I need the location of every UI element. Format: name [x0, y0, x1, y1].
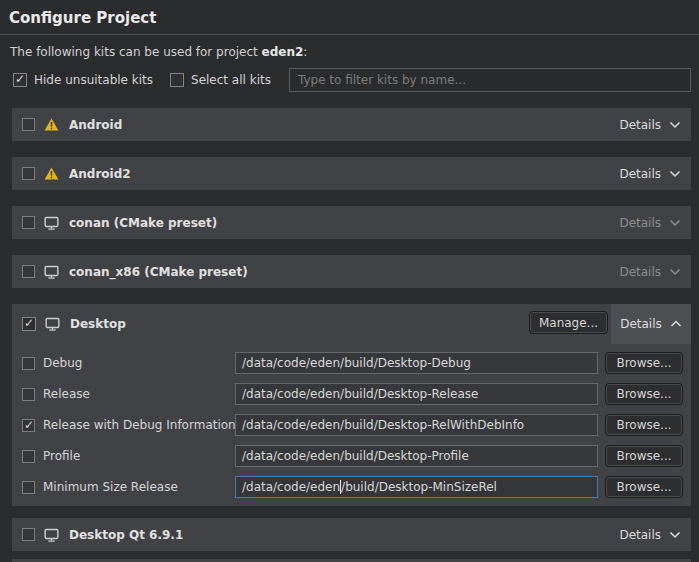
details-label: Details	[619, 118, 661, 132]
kit-checkbox[interactable]	[22, 216, 35, 229]
kit-name: conan (CMake preset)	[69, 216, 217, 230]
desktop-icon	[44, 317, 60, 331]
kit-row-android: Android Details	[12, 108, 691, 141]
checkbox-icon[interactable]	[13, 73, 27, 87]
details-label: Details	[619, 216, 661, 230]
select-all-kits-checkbox[interactable]: Select all kits	[170, 73, 271, 87]
build-config-row-profile: Profile Browse...	[22, 445, 683, 467]
checkbox-icon[interactable]	[170, 73, 184, 87]
build-config-label: Release	[43, 387, 90, 401]
details-button[interactable]: Details	[619, 265, 681, 279]
chevron-down-icon	[669, 268, 681, 276]
kit-checkbox[interactable]	[22, 317, 36, 331]
page-title: Configure Project	[9, 9, 689, 27]
kits-help-suffix: :	[303, 45, 307, 59]
build-config-row-relwithdebinfo: Release with Debug Information Browse...	[22, 414, 683, 436]
build-dir-input[interactable]	[235, 445, 598, 467]
manage-kits-button[interactable]: Manage...	[529, 311, 608, 334]
kit-name: Desktop	[70, 317, 126, 331]
kit-row-android2: Android2 Details	[12, 157, 691, 190]
build-config-checkbox[interactable]	[22, 419, 35, 432]
build-dir-input[interactable]	[235, 414, 598, 436]
details-label: Details	[620, 317, 662, 331]
kit-checkbox[interactable]	[22, 265, 35, 278]
build-config-checkbox[interactable]	[22, 450, 35, 463]
details-label: Details	[619, 167, 661, 181]
kit-filter-input[interactable]	[289, 68, 691, 92]
build-dir-input[interactable]	[235, 352, 598, 374]
browse-button[interactable]: Browse...	[605, 476, 683, 498]
path-text-before-caret: /data/code/eden	[242, 480, 340, 494]
hide-unsuitable-kits-label: Hide unsuitable kits	[34, 73, 153, 87]
build-config-checkbox[interactable]	[22, 357, 35, 370]
chevron-down-icon	[669, 121, 681, 129]
chevron-down-icon	[669, 219, 681, 227]
select-all-kits-label: Select all kits	[191, 73, 271, 87]
build-config-label: Minimum Size Release	[43, 480, 178, 494]
details-label: Details	[619, 528, 661, 542]
build-dir-input-focused[interactable]: /data/code/eden/build/Desktop-MinSizeRel	[235, 476, 598, 498]
kit-name: Desktop Qt 6.9.1	[69, 528, 183, 542]
build-dir-input[interactable]	[235, 383, 598, 405]
build-config-row-minsizerel: Minimum Size Release /data/code/eden/bui…	[22, 476, 683, 498]
warning-icon	[43, 118, 59, 131]
build-config-checkbox[interactable]	[22, 388, 35, 401]
path-text-after-caret: /build/Desktop-MinSizeRel	[341, 480, 497, 494]
build-config-label: Debug	[43, 356, 82, 370]
details-label: Details	[619, 265, 661, 279]
kit-checkbox[interactable]	[22, 167, 35, 180]
browse-button[interactable]: Browse...	[605, 414, 683, 436]
browse-button[interactable]: Browse...	[605, 445, 683, 467]
kit-row-conan-x86: conan_x86 (CMake preset) Details	[12, 255, 691, 288]
warning-icon	[43, 167, 59, 180]
kit-name: Android	[69, 118, 122, 132]
hide-unsuitable-kits-checkbox[interactable]: Hide unsuitable kits	[13, 73, 153, 87]
desktop-icon	[43, 528, 59, 542]
kit-list: Android Details Android2 Details conan (…	[12, 108, 691, 562]
details-button[interactable]: Details	[619, 167, 681, 181]
details-button[interactable]: Details	[619, 118, 681, 132]
build-config-label: Release with Debug Information	[43, 418, 236, 432]
browse-button[interactable]: Browse...	[605, 383, 683, 405]
details-button-expanded[interactable]: Details	[611, 304, 691, 344]
chevron-down-icon	[669, 531, 681, 539]
browse-button[interactable]: Browse...	[605, 352, 683, 374]
kits-help-prefix: The following kits can be used for proje…	[10, 45, 262, 59]
build-config-row-release: Release Browse...	[22, 383, 683, 405]
kit-row-desktop-qt-691: Desktop Qt 6.9.1 Details	[12, 518, 691, 551]
kits-help-text: The following kits can be used for proje…	[10, 45, 689, 59]
details-button[interactable]: Details	[619, 528, 681, 542]
kit-name: conan_x86 (CMake preset)	[69, 265, 248, 279]
kit-filter-bar: Hide unsuitable kits Select all kits	[13, 68, 691, 92]
desktop-icon	[43, 265, 59, 279]
kit-name: Android2	[69, 167, 131, 181]
chevron-up-icon	[670, 320, 682, 328]
chevron-down-icon	[669, 170, 681, 178]
page-header: Configure Project	[0, 0, 699, 35]
kit-checkbox[interactable]	[22, 528, 35, 541]
kit-checkbox[interactable]	[22, 118, 35, 131]
kit-row-conan: conan (CMake preset) Details	[12, 206, 691, 239]
project-name: eden2	[262, 45, 304, 59]
details-button[interactable]: Details	[619, 216, 681, 230]
build-config-label: Profile	[43, 449, 80, 463]
kit-panel-desktop: Desktop Manage... Details Debug Browse..…	[12, 304, 691, 506]
build-config-checkbox[interactable]	[22, 481, 35, 494]
build-config-row-debug: Debug Browse...	[22, 352, 683, 374]
desktop-icon	[43, 216, 59, 230]
